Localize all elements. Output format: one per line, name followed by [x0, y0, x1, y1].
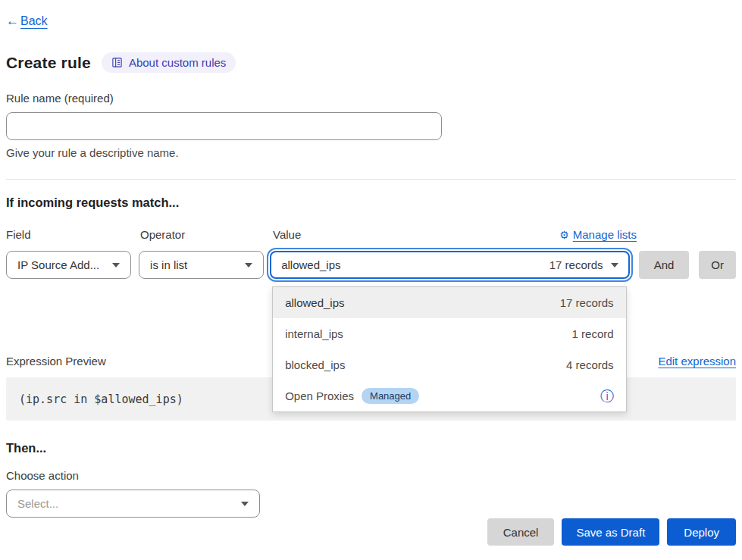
list-record-count: 1 record	[572, 327, 614, 340]
list-record-count: 17 records	[560, 296, 614, 309]
chevron-down-icon	[241, 502, 249, 506]
info-icon[interactable]: ⓘ	[600, 389, 614, 403]
action-select-placeholder: Select...	[17, 497, 58, 510]
list-record-count: 4 records	[566, 358, 614, 371]
field-label: Field	[6, 228, 133, 241]
back-arrow-icon: ←	[6, 14, 19, 29]
chevron-down-icon	[245, 263, 252, 267]
gear-icon: ⚙	[559, 229, 569, 241]
manage-lists-link[interactable]: ⚙ Manage lists	[559, 228, 637, 241]
deploy-button[interactable]: Deploy	[667, 518, 736, 546]
back-link-label: Back	[20, 14, 48, 28]
chevron-down-icon	[112, 263, 120, 267]
book-icon	[111, 57, 123, 68]
then-section-heading: Then...	[6, 441, 736, 455]
cancel-button[interactable]: Cancel	[487, 518, 555, 546]
ip-list-dropdown: allowed_ips 17 records internal_ips 1 re…	[272, 286, 626, 412]
value-select-value: allowed_ips	[281, 258, 340, 271]
footer-actions: Cancel Save as Draft Deploy	[487, 518, 736, 546]
dropdown-item-allowed-ips[interactable]: allowed_ips 17 records	[273, 287, 625, 318]
dropdown-item-blocked-ips[interactable]: blocked_ips 4 records	[273, 349, 625, 380]
operator-select[interactable]: is in list	[139, 251, 264, 279]
back-link[interactable]: ← Back	[6, 14, 48, 29]
action-select[interactable]: Select...	[6, 490, 260, 518]
operator-select-value: is in list	[150, 258, 187, 271]
edit-expression-link[interactable]: Edit expression	[658, 355, 736, 368]
or-button[interactable]: Or	[699, 251, 736, 279]
list-name: blocked_ips	[285, 358, 345, 371]
section-divider	[6, 179, 736, 180]
page-title: Create rule	[6, 54, 91, 72]
list-name: internal_ips	[285, 327, 343, 340]
field-select-value: IP Source Add...	[17, 258, 99, 271]
dropdown-item-internal-ips[interactable]: internal_ips 1 record	[273, 318, 625, 349]
dropdown-item-open-proxies[interactable]: Open Proxies Managed ⓘ	[273, 380, 625, 411]
managed-badge: Managed	[362, 388, 419, 404]
value-select-records: 17 records	[549, 258, 603, 271]
value-select[interactable]: allowed_ips 17 records	[270, 251, 629, 279]
match-section-heading: If incoming requests match...	[6, 196, 736, 210]
field-select[interactable]: IP Source Add...	[6, 251, 131, 279]
chevron-down-icon	[611, 263, 618, 267]
about-custom-rules-link[interactable]: About custom rules	[102, 52, 236, 73]
choose-action-label: Choose action	[6, 469, 736, 482]
save-as-draft-button[interactable]: Save as Draft	[562, 518, 659, 546]
expression-preview-label: Expression Preview	[6, 355, 106, 368]
value-label: Value	[273, 228, 301, 241]
rule-name-input[interactable]	[6, 112, 442, 140]
list-name: Open Proxies	[285, 389, 354, 402]
operator-label: Operator	[140, 228, 267, 241]
rule-name-help-text: Give your rule a descriptive name.	[6, 146, 736, 159]
list-name: allowed_ips	[285, 296, 344, 309]
rule-name-label: Rule name (required)	[6, 92, 736, 105]
manage-lists-label: Manage lists	[573, 228, 637, 241]
expression-code: (ip.src in $allowed_ips)	[19, 393, 183, 406]
and-button[interactable]: And	[639, 251, 690, 279]
about-custom-rules-label: About custom rules	[129, 56, 226, 69]
create-rule-page: ← Back Create rule About custom rules Ru…	[0, 0, 742, 518]
